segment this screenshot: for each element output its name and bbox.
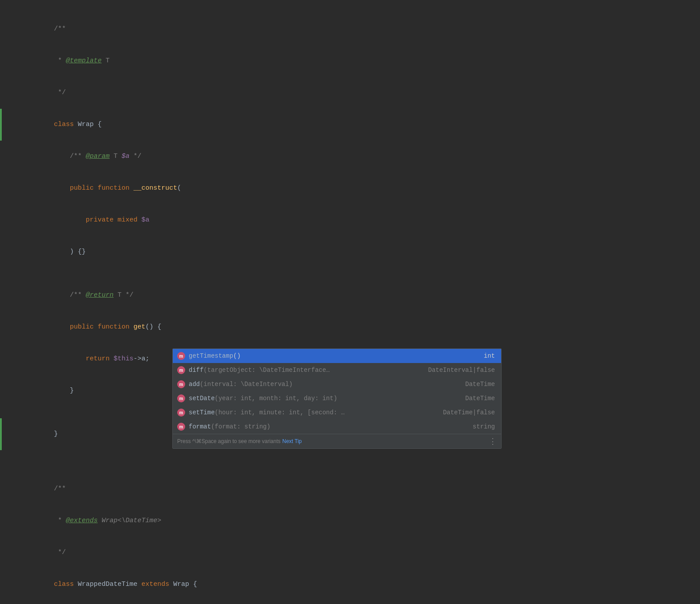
comment-text: /** xyxy=(54,153,86,160)
autocomplete-item[interactable]: m diff (targetObject: \DateTimeInterface… xyxy=(173,363,501,377)
code-content: /** xyxy=(9,473,66,505)
code-line: private mixed $a xyxy=(0,204,700,236)
comment-text: * xyxy=(54,517,66,524)
code-text: ) {} xyxy=(54,248,86,256)
footer-dots-icon[interactable]: ⋮ xyxy=(489,436,497,446)
comment-text: */ xyxy=(54,89,66,96)
autocomplete-item[interactable]: m getTimestamp () int xyxy=(173,349,501,363)
code-content xyxy=(9,450,26,461)
code-content: class Wrap { xyxy=(9,109,102,141)
autocomplete-item-return: DateTime xyxy=(465,395,497,402)
function-name: get xyxy=(133,323,145,331)
code-line xyxy=(0,268,700,279)
comment-text: /** xyxy=(54,485,66,493)
method-icon: m xyxy=(177,394,185,402)
code-line: /** xyxy=(0,473,700,505)
footer-hint-text: Press ^\⌘Space again to see more variant… xyxy=(177,438,281,444)
line-gutter xyxy=(0,13,3,45)
code-line: * @template T xyxy=(0,45,700,77)
line-gutter xyxy=(0,109,2,141)
code-text xyxy=(94,184,98,192)
autocomplete-item-params: (interval: \DateInterval) xyxy=(200,381,293,388)
code-text: ( xyxy=(177,184,181,192)
code-content: ) {} xyxy=(9,236,86,268)
keyword: private xyxy=(54,216,114,224)
function-name: __construct xyxy=(133,184,177,192)
autocomplete-item-return: string xyxy=(473,423,497,430)
code-content: * @template T xyxy=(9,45,110,77)
code-line: public function __construct( xyxy=(0,172,700,204)
line-gutter xyxy=(0,505,3,537)
code-content: public function __construct() {...} xyxy=(9,600,209,604)
code-line: */ xyxy=(0,537,700,569)
autocomplete-item[interactable]: m add (interval: \DateInterval) DateTime xyxy=(173,377,501,391)
code-text xyxy=(137,216,141,224)
code-text xyxy=(129,184,133,192)
code-text: Wrap { xyxy=(169,581,197,588)
code-content: public function get() { xyxy=(9,311,161,343)
method-icon: m xyxy=(177,380,185,388)
code-content: } xyxy=(9,375,74,407)
autocomplete-item-params: () xyxy=(233,352,241,359)
line-gutter xyxy=(0,45,3,77)
code-content: public function __construct( xyxy=(9,172,181,204)
code-content xyxy=(9,462,26,472)
code-content: } xyxy=(9,418,58,450)
code-text xyxy=(110,355,114,363)
keyword: class xyxy=(54,121,74,128)
line-gutter xyxy=(0,450,3,462)
line-gutter xyxy=(0,600,3,604)
code-content: private mixed $a xyxy=(9,204,149,236)
autocomplete-item-return: DateTime|false xyxy=(443,409,497,416)
line-gutter xyxy=(0,418,2,450)
comment-text: Wrap<\DateTime> xyxy=(98,517,161,524)
autocomplete-item[interactable]: m setDate (year: int, month: int, day: i… xyxy=(173,391,501,405)
code-line: * @extends Wrap<\DateTime> xyxy=(0,505,700,537)
code-line: /** @return T */ xyxy=(0,279,700,311)
autocomplete-item-name: add xyxy=(189,381,200,388)
keyword: public xyxy=(54,323,94,331)
autocomplete-footer: Press ^\⌘Space again to see more variant… xyxy=(173,434,501,448)
code-text: () { xyxy=(145,323,161,331)
code-line: ) {} xyxy=(0,236,700,268)
code-content: /** @return T */ xyxy=(9,279,133,311)
code-text: a; xyxy=(141,355,149,363)
comment-tag: @extends xyxy=(66,517,98,524)
method-icon: m xyxy=(177,366,185,374)
comment-text: */ xyxy=(129,153,141,160)
footer-next-tip-link[interactable]: Next Tip xyxy=(282,438,302,444)
comment-text: */ xyxy=(54,549,66,556)
autocomplete-item-name: setTime xyxy=(189,409,215,416)
comment-text: T xyxy=(102,57,110,65)
comment-text: * xyxy=(54,57,66,65)
code-line: /** @param T $a */ xyxy=(0,141,700,172)
autocomplete-item[interactable]: m setTime (hour: int, minute: int, [seco… xyxy=(173,405,501,420)
autocomplete-item-name: getTimestamp xyxy=(189,352,233,359)
code-content: * @extends Wrap<\DateTime> xyxy=(9,505,161,537)
autocomplete-item[interactable]: m format (format: string) string xyxy=(173,420,501,434)
autocomplete-item-name: setDate xyxy=(189,395,215,402)
code-content: return $this->a; xyxy=(9,343,149,375)
autocomplete-item-params: (year: int, month: int, day: int) xyxy=(215,395,337,402)
code-content: class WrappedDateTime extends Wrap { xyxy=(9,569,197,600)
line-gutter xyxy=(0,375,3,407)
autocomplete-item-params: (hour: int, minute: int, [second: … xyxy=(215,409,345,416)
line-gutter xyxy=(0,77,3,109)
code-content xyxy=(9,407,26,417)
keyword: public xyxy=(54,184,94,192)
code-text xyxy=(114,216,118,224)
autocomplete-item-return: DateInterval|false xyxy=(428,367,497,374)
line-gutter xyxy=(0,268,3,279)
comment-text: T */ xyxy=(114,291,133,299)
comment-text: /** xyxy=(54,291,86,299)
line-gutter xyxy=(0,462,3,473)
code-line: public function get() { xyxy=(0,311,700,343)
keyword: extends xyxy=(141,581,169,588)
keyword: class xyxy=(54,581,74,588)
editor-container: /** * @template T */ class Wrap { xyxy=(0,0,700,604)
line-gutter xyxy=(0,537,3,569)
code-text: WrappedDateTime xyxy=(74,581,141,588)
line-gutter xyxy=(0,204,3,236)
code-content: /** xyxy=(9,13,66,45)
code-content xyxy=(9,268,26,279)
